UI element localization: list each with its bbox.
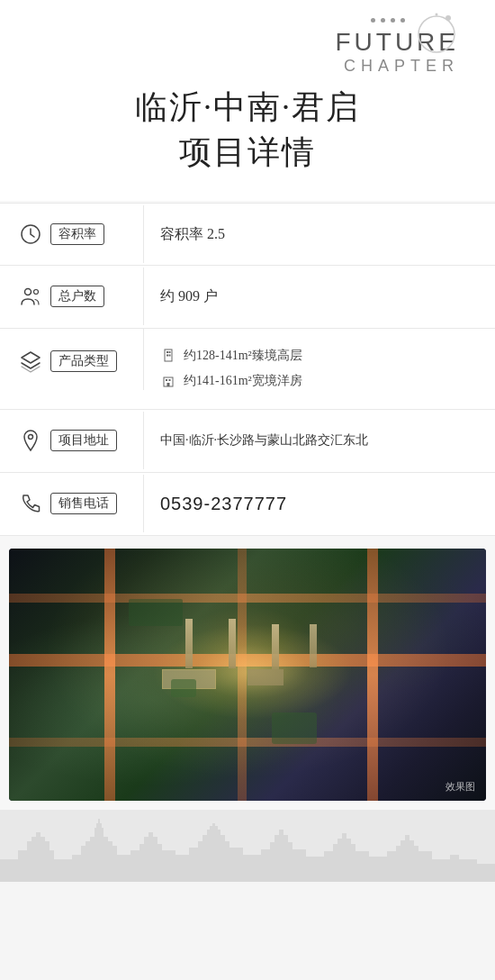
row-floor-area-ratio: 容积率 容积率 2.5 bbox=[0, 203, 495, 266]
label-cell-product: 产品类型 bbox=[0, 329, 144, 390]
label-cell-address: 项目地址 bbox=[0, 412, 144, 469]
road-horizontal-3 bbox=[9, 738, 486, 747]
future-chapter-area: FUTURE CHAPTER bbox=[27, 18, 468, 76]
label-far: 容积率 bbox=[50, 223, 104, 245]
svg-rect-13 bbox=[169, 379, 171, 381]
page-wrapper: FUTURE CHAPTER 临沂·中南·君启 项目详情 容积率 容积率 2.5 bbox=[0, 0, 495, 882]
header-section: FUTURE CHAPTER 临沂·中南·君启 项目详情 bbox=[0, 0, 495, 201]
road-vertical-2 bbox=[367, 549, 378, 801]
row-total-units: 总户数 约 909 户 bbox=[0, 266, 495, 329]
svg-rect-7 bbox=[166, 351, 168, 353]
svg-rect-14 bbox=[167, 383, 170, 386]
svg-rect-9 bbox=[166, 354, 168, 356]
circle-decoration bbox=[414, 9, 459, 58]
road-vertical-1 bbox=[104, 549, 115, 801]
value-phone: 0539-2377777 bbox=[144, 476, 495, 531]
row-address: 项目地址 中国·临沂·长沙路与蒙山北路交汇东北 bbox=[0, 410, 495, 473]
product-item-1: 约128-141m²臻境高层 bbox=[160, 346, 479, 366]
value-units: 约 909 户 bbox=[144, 272, 495, 321]
svg-point-2 bbox=[436, 14, 438, 16]
layers-icon bbox=[16, 347, 45, 376]
tower-1 bbox=[185, 619, 193, 668]
label-address: 项目地址 bbox=[50, 430, 117, 451]
product-text-2: 约141-161m²宽境洋房 bbox=[184, 371, 302, 391]
label-cell-units: 总户数 bbox=[0, 268, 144, 325]
image-section: 效果图 bbox=[9, 549, 486, 801]
label-phone: 销售电话 bbox=[50, 493, 117, 514]
product-text-1: 约128-141m²臻境高层 bbox=[184, 346, 302, 366]
info-section: 容积率 容积率 2.5 总户数 约 909 户 bbox=[0, 203, 495, 536]
bottom-silhouette bbox=[0, 810, 495, 882]
value-address: 中国·临沂·长沙路与蒙山北路交汇东北 bbox=[144, 418, 495, 463]
value-product: 约128-141m²臻境高层 约141-161m²宽境洋房 bbox=[144, 333, 495, 404]
label-product: 产品类型 bbox=[50, 350, 117, 372]
tower-3 bbox=[272, 624, 279, 669]
row-product-type: 产品类型 约128-141m²臻境高层 bbox=[0, 329, 495, 410]
svg-point-15 bbox=[29, 435, 33, 440]
lowrise-2 bbox=[248, 669, 284, 685]
product-item-2: 约141-161m²宽境洋房 bbox=[160, 371, 479, 391]
svg-rect-12 bbox=[166, 379, 167, 381]
building-low-icon bbox=[160, 372, 176, 388]
clock-icon bbox=[16, 220, 45, 249]
label-cell-phone: 销售电话 bbox=[0, 475, 144, 532]
chapter-text: CHAPTER bbox=[335, 57, 459, 76]
image-caption: 效果图 bbox=[446, 780, 475, 794]
label-units: 总户数 bbox=[50, 286, 104, 307]
green-area-1 bbox=[171, 679, 196, 697]
location-icon bbox=[16, 426, 45, 455]
value-far: 容积率 2.5 bbox=[144, 210, 495, 259]
svg-rect-10 bbox=[169, 354, 171, 356]
green-area-2 bbox=[129, 599, 183, 626]
svg-point-0 bbox=[418, 16, 454, 52]
label-cell-far: 容积率 bbox=[0, 205, 144, 263]
svg-point-1 bbox=[446, 15, 451, 21]
building-high-icon bbox=[160, 347, 176, 363]
svg-point-4 bbox=[25, 289, 32, 295]
tower-4 bbox=[310, 624, 317, 667]
dots-decoration bbox=[371, 18, 405, 23]
svg-rect-8 bbox=[169, 351, 171, 353]
phone-icon bbox=[16, 489, 45, 518]
road-horizontal-2 bbox=[9, 594, 486, 603]
row-phone: 销售电话 0539-2377777 bbox=[0, 473, 495, 536]
tower-2 bbox=[229, 619, 236, 668]
aerial-photo: 效果图 bbox=[9, 549, 486, 801]
people-icon bbox=[16, 282, 45, 311]
city-silhouette-svg bbox=[0, 810, 495, 882]
main-title: 临沂·中南·君启 项目详情 bbox=[27, 85, 468, 176]
svg-point-5 bbox=[34, 290, 39, 295]
green-area-3 bbox=[272, 712, 317, 744]
